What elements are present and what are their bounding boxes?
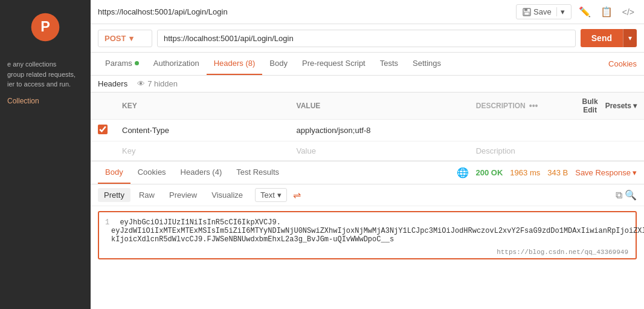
new-row-desc-placeholder: Description [476, 146, 515, 155]
copy-response-icon[interactable]: ⧉ [616, 190, 622, 201]
response-line-3: kIjoicXdlcnR5dWlvcCJ9.FJWSeNBNUwdxbmEhxL… [105, 235, 630, 244]
format-tab-pretty[interactable]: Pretty [98, 188, 130, 202]
new-row-checkbox-cell [91, 141, 115, 161]
save-response-button[interactable]: Save Response ▾ [575, 168, 637, 177]
method-selector[interactable]: POST ▾ [98, 30, 152, 47]
new-row-key-cell[interactable]: Key [115, 141, 289, 161]
response-tab-headers[interactable]: Headers (4) [173, 161, 230, 184]
status-ok: 200 OK [476, 168, 503, 177]
format-tab-visualize[interactable]: Visualize [205, 188, 249, 202]
th-value: VALUE [289, 93, 469, 120]
headers-sub-bar: Headers 👁 7 hidden [91, 76, 644, 93]
tab-body-label: Body [269, 59, 288, 68]
method-label: POST [105, 34, 126, 43]
presets-label: Presets [605, 102, 631, 110]
row-description [469, 120, 575, 141]
tab-params-label: Params [105, 59, 132, 68]
row-value: applyaction/json;utf-8 [289, 120, 469, 141]
format-tab-preview[interactable]: Preview [163, 188, 203, 202]
line-content-3: kIjoicXdlcnR5dWlvcCJ9.FJWSeNBNUwdxbmEhxL… [111, 235, 394, 244]
row-action [575, 120, 644, 141]
edit-icon-button[interactable]: ✏️ [576, 4, 593, 20]
top-bar: https://localhost:5001/api/Login/Login S… [91, 0, 644, 24]
params-dot [135, 61, 139, 65]
new-row-value-placeholder: Value [297, 146, 316, 155]
sidebar-logo: P [0, 6, 91, 48]
tab-settings[interactable]: Settings [405, 53, 448, 75]
svg-text:P: P [40, 19, 50, 34]
bulk-edit-button[interactable]: Bulk Edit [582, 97, 598, 114]
tab-authorization-label: Authorization [153, 59, 199, 68]
table-row: Content-Type applyaction/json;utf-8 [91, 120, 644, 141]
th-actions: Bulk Edit Presets ▾ [575, 93, 644, 120]
save-button[interactable]: Save ▾ [516, 4, 572, 19]
send-caret-button[interactable]: ▾ [623, 29, 637, 47]
hidden-count: 👁 7 hidden [137, 79, 178, 88]
request-tabs: Params Authorization Headers (8) Body Pr… [91, 53, 644, 76]
headers-table: KEY VALUE DESCRIPTION ••• Bulk Edit Pres… [91, 93, 644, 161]
send-group: Send ▾ [581, 29, 637, 47]
presets-caret: ▾ [633, 102, 637, 110]
method-caret: ▾ [129, 34, 134, 43]
cookies-link[interactable]: Cookies [608, 59, 637, 68]
desc-label: DESCRIPTION [476, 102, 526, 110]
response-tabs: Body Cookies Headers (4) Test Results 🌐 … [91, 161, 644, 184]
headers-sub-label: Headers [98, 79, 127, 88]
tab-tests-label: Tests [380, 59, 398, 68]
response-line-1: 1 eyJhbGciOiJIUzI1NiIsInR5cCI6IkpXVCJ9. [105, 218, 630, 227]
sidebar-collection-link[interactable]: Collection [0, 94, 91, 108]
response-body-inner: 1 eyJhbGciOiJIUzI1NiIsInR5cCI6IkpXVCJ9. … [98, 211, 637, 259]
tab-params[interactable]: Params [98, 53, 146, 75]
response-status-bar: 🌐 200 OK 1963 ms 343 B Save Response ▾ [457, 167, 637, 178]
text-option-label: Text [260, 190, 275, 200]
tab-prerequest[interactable]: Pre-request Script [295, 53, 373, 75]
sidebar-no-collections: e any collections group related requests… [0, 54, 91, 94]
url-input[interactable] [157, 30, 576, 47]
svg-rect-3 [524, 8, 527, 11]
tab-prerequest-label: Pre-request Script [302, 59, 365, 68]
new-row-action [575, 141, 644, 161]
row-key: Content-Type [115, 120, 289, 141]
format-tab-raw[interactable]: Raw [133, 188, 161, 202]
wrap-icon[interactable]: ⇌ [293, 189, 301, 201]
response-tab-test-results[interactable]: Test Results [229, 161, 286, 184]
response-tab-body[interactable]: Body [98, 161, 130, 184]
new-row-desc-cell[interactable]: Description [469, 141, 575, 161]
top-bar-url: https://localhost:5001/api/Login/Login [98, 7, 511, 16]
code-icon-button[interactable]: </> [620, 5, 637, 19]
copy-icon-button[interactable]: 📋 [598, 4, 615, 20]
request-bar: POST ▾ Send ▾ [91, 24, 644, 53]
save-response-caret: ▾ [633, 168, 637, 177]
search-response-icon[interactable]: 🔍 [625, 189, 637, 201]
tab-settings-label: Settings [413, 59, 441, 68]
tab-headers-label: Headers (8) [214, 59, 256, 68]
save-response-label: Save Response [575, 168, 631, 177]
table-new-row: Key Value Description [91, 141, 644, 161]
response-line-2: eyJzdWIiOiIxMTExMTExMSIsIm5iZiI6MTYyNDIw… [105, 227, 630, 235]
th-description: DESCRIPTION ••• [469, 93, 575, 120]
send-button[interactable]: Send [581, 29, 623, 47]
text-format-select[interactable]: Text ▾ [255, 188, 287, 202]
row-checkbox-cell [91, 120, 115, 141]
tab-tests[interactable]: Tests [373, 53, 405, 75]
row-checkbox[interactable] [98, 125, 108, 134]
main-content: https://localhost:5001/api/Login/Login S… [91, 0, 644, 309]
sidebar: P e any collections group related reques… [0, 0, 91, 309]
hidden-text: 7 hidden [147, 79, 178, 88]
new-row-key-placeholder: Key [122, 146, 135, 155]
response-body: 1 eyJhbGciOiJIUzI1NiIsInR5cCI6IkpXVCJ9. … [91, 206, 644, 309]
presets-button[interactable]: Presets ▾ [605, 102, 637, 110]
globe-icon: 🌐 [457, 167, 469, 178]
hidden-icon: 👁 [137, 79, 145, 88]
new-row-value-cell[interactable]: Value [289, 141, 469, 161]
save-caret[interactable]: ▾ [556, 7, 565, 16]
tab-authorization[interactable]: Authorization [146, 53, 207, 75]
tab-headers[interactable]: Headers (8) [207, 53, 263, 75]
text-select-caret: ▾ [277, 190, 282, 200]
footer-hint: https://blog.csdn.net/qq_43369949 [497, 249, 628, 256]
response-tab-cookies[interactable]: Cookies [130, 161, 173, 184]
th-key: KEY [115, 93, 289, 120]
tab-body[interactable]: Body [262, 53, 295, 75]
status-size: 343 B [547, 168, 568, 177]
three-dots-icon: ••• [529, 101, 538, 111]
